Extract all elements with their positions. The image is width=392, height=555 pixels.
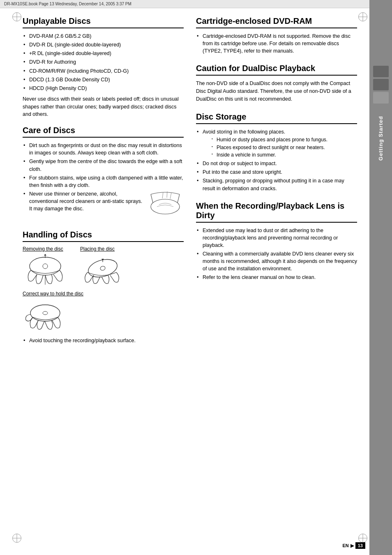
list-item: Cleaning with a commercially available D… (196, 250, 357, 272)
svg-line-2 (178, 194, 180, 203)
handling-note-list: Avoid touching the recording/playback su… (23, 337, 184, 344)
list-item: CD-ROM/R/RW (including PhotoCD, CD-G) (23, 67, 184, 75)
cartridge-dvd-ram-list: Cartridge-enclosed DVD-RAM is not suppor… (196, 32, 357, 55)
corner-mark-tr (358, 12, 367, 21)
handling-of-discs-section: Handling of Discs Removing the disc (23, 230, 184, 344)
sidebar-block-3 (373, 92, 389, 104)
correct-hold-section: Correct way to hold the disc (23, 291, 184, 337)
list-item: DVD-R for Authoring (23, 58, 184, 66)
svg-point-15 (30, 305, 60, 321)
left-column: Unplayable Discs DVD-RAM (2.6 GB/5.2 GB)… (23, 16, 184, 348)
list-item: DDCD (1.3 GB Double Density CD) (23, 76, 184, 83)
list-item: Inside a vehicle in summer. (211, 152, 357, 159)
list-item: DVD-RAM (2.6 GB/5.2 GB) (23, 32, 184, 40)
right-column: Cartridge-enclosed DVD-RAM Cartridge-enc… (196, 16, 357, 348)
placing-disc-item: Placing the disc (80, 246, 125, 287)
care-of-discs-section: Care of Discs Dirt such as fingerprints … (23, 126, 184, 223)
list-item: Avoid storing in the following places. H… (196, 128, 357, 159)
list-item: Never use thinner or benzene, alcohol, c… (23, 190, 184, 223)
svg-marker-10 (44, 254, 46, 256)
columns-layout: Unplayable Discs DVD-RAM (2.6 GB/5.2 GB)… (23, 16, 357, 348)
placing-disc-label: Placing the disc (80, 246, 115, 252)
list-item: Places exposed to direct sunlight or nea… (211, 144, 357, 151)
page-header: DR-MX10SE.book Page 13 Wednesday, Decemb… (0, 0, 392, 8)
main-content: Unplayable Discs DVD-RAM (2.6 GB/5.2 GB)… (0, 8, 369, 360)
svg-line-1 (151, 194, 153, 203)
disc-storage-section: Disc Storage Avoid storing in the follow… (196, 112, 357, 192)
list-item: Cartridge-enclosed DVD-RAM is not suppor… (196, 32, 357, 55)
svg-point-6 (30, 257, 61, 275)
removing-disc-item: Removing the disc (23, 246, 68, 287)
header-text: DR-MX10SE.book Page 13 Wednesday, Decemb… (4, 2, 131, 6)
list-item: Put into the case and store upright. (196, 168, 357, 176)
placing-disc-illustration (80, 254, 125, 287)
caution-dualdisc-heading: Caution for DualDisc Playback (196, 64, 357, 76)
removing-disc-label: Removing the disc (23, 246, 63, 252)
list-item: For stubborn stains, wipe using a cloth … (23, 174, 184, 189)
page-container: DR-MX10SE.book Page 13 Wednesday, Decemb… (0, 0, 392, 555)
unplayable-discs-note: Never use discs with their seals or labe… (23, 95, 184, 118)
list-item: Do not drop or subject to impact. (196, 160, 357, 167)
removing-disc-illustration (23, 254, 68, 287)
disc-storage-heading: Disc Storage (196, 112, 357, 124)
svg-point-16 (43, 311, 48, 315)
svg-line-3 (162, 192, 163, 198)
en-label: EN (342, 543, 348, 548)
svg-point-0 (151, 199, 180, 214)
cloth-illustration (147, 190, 184, 219)
list-item: DVD-R DL (single-sided double-layered) (23, 41, 184, 48)
care-of-discs-list: Dirt such as fingerprints or dust on the… (23, 142, 184, 223)
right-sidebar: Getting Started (369, 0, 392, 555)
unplayable-discs-heading: Unplayable Discs (23, 16, 184, 28)
svg-point-7 (43, 264, 48, 269)
sidebar-block-1 (373, 66, 389, 77)
correct-hold-illustration (23, 299, 68, 336)
lens-dirty-section: When the Recording/Playback Lens is Dirt… (196, 201, 357, 281)
corner-mark-tl (12, 12, 21, 21)
list-item: Extended use may lead to dust or dirt ad… (196, 227, 357, 249)
disc-storage-list: Avoid storing in the following places. H… (196, 128, 357, 192)
caution-dualdisc-text: The non-DVD side of a DualDisc does not … (196, 80, 357, 103)
correct-hold-label: Correct way to hold the disc (23, 291, 184, 297)
corner-mark-br (358, 534, 367, 543)
list-item: +R DL (single-sided double-layered) (23, 50, 184, 57)
page-footer: EN ▶ 13 (342, 542, 365, 549)
arrow-icon: ▶ (350, 543, 354, 548)
unplayable-discs-list: DVD-RAM (2.6 GB/5.2 GB) DVD-R DL (single… (23, 32, 184, 92)
list-item: Gently wipe from the centre of the disc … (23, 158, 184, 173)
list-item: HDCD (High Density CD) (23, 85, 184, 92)
caution-dualdisc-section: Caution for DualDisc Playback The non-DV… (196, 64, 357, 103)
list-item: Refer to the lens cleaner manual on how … (196, 274, 357, 281)
care-of-discs-heading: Care of Discs (23, 126, 184, 138)
handling-of-discs-heading: Handling of Discs (23, 230, 184, 242)
list-item: Avoid touching the recording/playback su… (23, 337, 184, 344)
list-item: Stacking, propping or dropping without p… (196, 177, 357, 192)
list-item: Dirt such as fingerprints or dust on the… (23, 142, 184, 157)
unplayable-discs-section: Unplayable Discs DVD-RAM (2.6 GB/5.2 GB)… (23, 16, 184, 118)
svg-line-5 (170, 193, 171, 199)
lens-dirty-list: Extended use may lead to dust or dirt ad… (196, 227, 357, 281)
list-item: Humid or dusty places and places prone t… (211, 136, 357, 143)
corner-mark-bl (12, 534, 21, 543)
cartridge-dvd-ram-heading: Cartridge-enclosed DVD-RAM (196, 16, 357, 28)
sidebar-label: Getting Started (374, 112, 387, 165)
page-number: 13 (355, 542, 365, 549)
sidebar-block-2 (373, 79, 389, 90)
handling-grid: Removing the disc (23, 246, 184, 287)
disc-storage-sub-list: Humid or dusty places and places prone t… (203, 136, 357, 159)
lens-dirty-heading: When the Recording/Playback Lens is Dirt… (196, 201, 357, 223)
svg-point-12 (100, 266, 106, 271)
cartridge-dvd-ram-section: Cartridge-enclosed DVD-RAM Cartridge-enc… (196, 16, 357, 55)
sidebar-blocks (373, 66, 389, 104)
